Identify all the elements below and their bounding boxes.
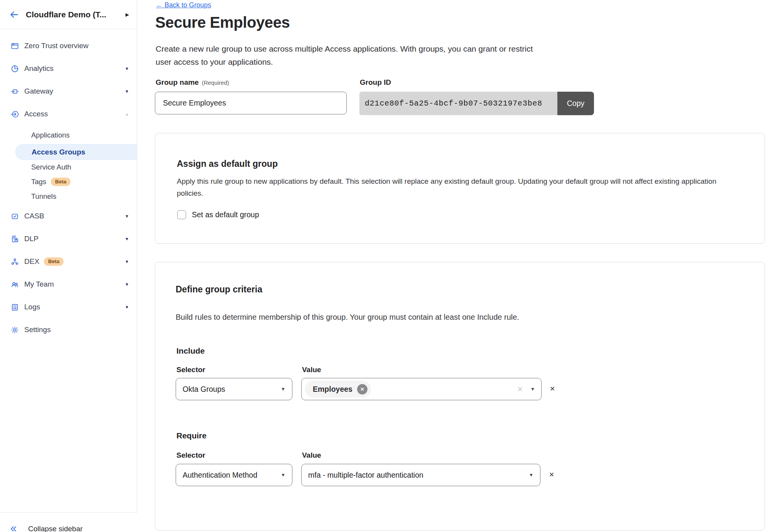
sidebar-item-label: Tags xyxy=(31,178,46,186)
group-id-value: d21ce80f-5a25-4bcf-9b07-5032197e3be8 xyxy=(359,92,557,115)
chevron-down-icon: ▼ xyxy=(125,282,129,287)
selector-column-label: Selector xyxy=(176,451,205,460)
include-heading: Include xyxy=(176,346,205,356)
group-name-label: Group name(Required) xyxy=(156,78,229,87)
group-name-label-text: Group name xyxy=(156,78,199,86)
sidebar-item-casb[interactable]: CASB ▼ xyxy=(0,207,137,225)
dex-icon xyxy=(10,257,19,266)
group-name-input[interactable] xyxy=(155,92,347,114)
chevron-down-icon[interactable]: ▼ xyxy=(530,387,535,391)
require-value: mfa - multiple-factor authentication xyxy=(308,471,423,480)
chevron-down-icon: ▼ xyxy=(125,214,129,218)
sidebar-item-label: DLP xyxy=(24,235,39,243)
multiselect-controls: ✕ ▼ xyxy=(517,386,535,393)
sidebar-item-zero-trust-overview[interactable]: Zero Trust overview xyxy=(0,37,137,55)
sidebar-footer: Collapse sidebar xyxy=(0,512,137,532)
account-header[interactable]: Cloudflare Demo (T... ▶ xyxy=(0,0,137,29)
sidebar-item-my-team[interactable]: My Team ▼ xyxy=(0,275,137,293)
chevron-down-icon: ▼ xyxy=(125,89,129,94)
sidebar-item-label: DEX xyxy=(24,257,39,266)
sidebar-item-applications[interactable]: Applications xyxy=(0,128,137,143)
required-hint: (Required) xyxy=(202,79,229,86)
sidebar-item-logs[interactable]: Logs ▼ xyxy=(0,298,137,316)
main-content: ← Back to Groups Secure Employees Create… xyxy=(137,0,770,532)
sidebar-item-label: Analytics xyxy=(24,64,54,73)
sidebar-item-access-groups[interactable]: Access Groups xyxy=(15,144,137,160)
value-chip: Employees ✕ xyxy=(305,381,371,398)
value-column-label: Value xyxy=(302,451,321,460)
chevron-up-icon: ▲ xyxy=(125,112,129,116)
card-title: Assign as default group xyxy=(177,159,278,169)
chevron-down-icon: ▼ xyxy=(275,473,285,477)
require-heading: Require xyxy=(176,431,206,440)
remove-include-rule-icon[interactable]: ✕ xyxy=(550,386,555,392)
sidebar-item-label: Settings xyxy=(24,326,51,334)
default-group-checkbox-label: Set as default group xyxy=(192,210,259,219)
caret-right-icon[interactable]: ▶ xyxy=(126,12,129,17)
zero-trust-dashboard: Cloudflare Demo (T... ▶ Zero Trust overv… xyxy=(0,0,770,532)
sidebar-item-service-auth[interactable]: Service Auth xyxy=(0,160,137,175)
sidebar-item-analytics[interactable]: Analytics ▼ xyxy=(0,60,137,77)
page-title: Secure Employees xyxy=(155,14,290,31)
page-description: Create a new rule group to use across mu… xyxy=(156,42,535,69)
include-value-multiselect[interactable]: Employees ✕ ✕ ▼ xyxy=(301,378,542,400)
sidebar-item-label: CASB xyxy=(24,212,44,220)
card-description: Build rules to determine membership of t… xyxy=(176,311,519,323)
include-selector-value: Okta Groups xyxy=(183,385,225,394)
gear-icon xyxy=(10,325,19,334)
beta-badge: Beta xyxy=(51,178,70,186)
sidebar-item-tunnels[interactable]: Tunnels xyxy=(0,189,137,204)
collapse-sidebar-button[interactable]: Collapse sidebar xyxy=(0,513,137,532)
casb-icon xyxy=(10,211,19,221)
require-selector-value: Authentication Method xyxy=(183,471,257,480)
sidebar-item-label: Logs xyxy=(24,303,40,311)
remove-require-rule-icon[interactable]: ✕ xyxy=(549,472,554,478)
team-icon xyxy=(10,280,19,289)
value-chip-label: Employees xyxy=(313,385,352,394)
pie-chart-icon xyxy=(10,64,19,73)
chevron-down-icon: ▼ xyxy=(275,387,285,391)
back-arrow-icon[interactable] xyxy=(9,10,19,20)
copy-button[interactable]: Copy xyxy=(557,92,594,115)
sidebar-item-access[interactable]: Access ▲ xyxy=(0,105,137,123)
sidebar-item-label: Access Groups xyxy=(32,148,85,156)
account-name: Cloudflare Demo (T... xyxy=(26,10,119,19)
back-to-groups-link[interactable]: ← Back to Groups xyxy=(156,1,211,9)
include-selector-dropdown[interactable]: Okta Groups ▼ xyxy=(176,378,292,400)
define-group-criteria-card: Define group criteria Build rules to det… xyxy=(155,262,765,530)
sidebar-item-dex[interactable]: DEX Beta ▼ xyxy=(0,253,137,270)
value-column-label: Value xyxy=(302,366,321,374)
sidebar-nav: Zero Trust overview Analytics ▼ Gateway xyxy=(0,37,137,344)
sidebar-item-dlp[interactable]: DLP ▼ xyxy=(0,230,137,248)
chevron-down-icon: ▼ xyxy=(125,305,129,309)
double-chevron-left-icon xyxy=(9,525,18,532)
card-title: Define group criteria xyxy=(176,284,262,295)
sidebar-item-label: Service Auth xyxy=(31,163,71,171)
group-id-field: d21ce80f-5a25-4bcf-9b07-5032197e3be8 Cop… xyxy=(359,92,594,115)
sidebar-item-label: Access xyxy=(24,110,48,118)
logs-icon xyxy=(10,302,19,312)
access-subnav: Applications Access Groups Service Auth … xyxy=(0,128,137,204)
chevron-down-icon: ▼ xyxy=(125,67,129,71)
sidebar-item-label: Applications xyxy=(31,131,70,139)
collapse-sidebar-label: Collapse sidebar xyxy=(28,525,83,532)
sidebar-item-label: Tunnels xyxy=(31,192,56,201)
gateway-icon xyxy=(10,87,19,96)
beta-badge: Beta xyxy=(44,257,64,266)
clear-icon[interactable]: ✕ xyxy=(517,386,523,393)
require-selector-dropdown[interactable]: Authentication Method ▼ xyxy=(176,464,292,486)
group-id-label: Group ID xyxy=(360,78,391,87)
window-icon xyxy=(10,41,19,50)
sidebar-item-label: My Team xyxy=(24,280,54,289)
default-group-checkbox[interactable] xyxy=(177,210,186,219)
chip-remove-icon[interactable]: ✕ xyxy=(357,384,367,394)
access-icon xyxy=(10,109,19,119)
sidebar-item-settings[interactable]: Settings xyxy=(0,321,137,339)
require-value-dropdown[interactable]: mfa - multiple-factor authentication ▼ xyxy=(301,464,540,486)
set-default-group-option[interactable]: Set as default group xyxy=(177,210,259,219)
sidebar-item-gateway[interactable]: Gateway ▼ xyxy=(0,82,137,100)
sidebar-item-tags[interactable]: Tags Beta xyxy=(0,175,137,189)
assign-default-group-card: Assign as default group Apply this rule … xyxy=(155,133,765,244)
sidebar: Cloudflare Demo (T... ▶ Zero Trust overv… xyxy=(0,0,137,532)
card-description: Apply this rule group to new application… xyxy=(177,176,742,199)
